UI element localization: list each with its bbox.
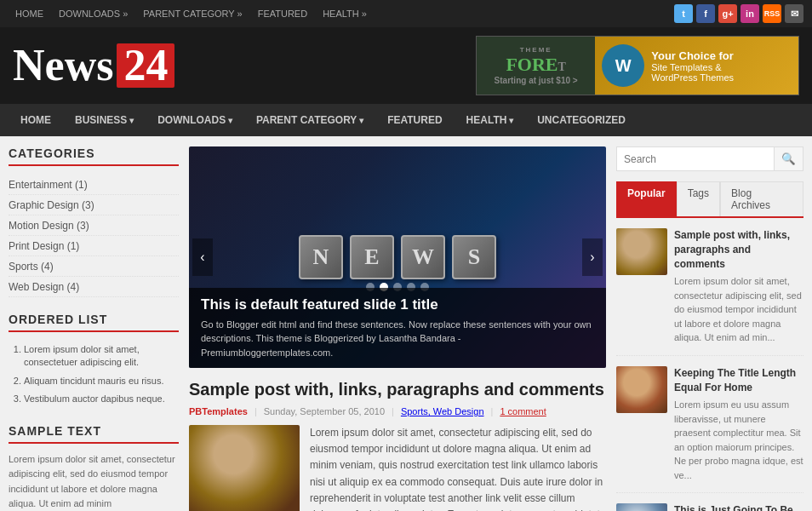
header-advertisement[interactable]: THEME FORET Starting at just $10 > W You… bbox=[476, 36, 799, 95]
list-item: Print Design (1) bbox=[9, 236, 179, 256]
main-nav-health[interactable]: HEALTH bbox=[455, 104, 526, 137]
popular-post-2: Keeping The Title Length Equal For Home … bbox=[616, 366, 803, 494]
top-nav-health[interactable]: HEALTH bbox=[316, 0, 374, 27]
category-motion-design[interactable]: Motion Design (3) bbox=[9, 220, 89, 232]
featured-slider: N E W S ‹ › This is default featured sli… bbox=[189, 146, 606, 368]
main-nav-parent-category[interactable]: PARENT CATEGORY bbox=[244, 104, 375, 137]
sidebar-right: 🔍 Popular Tags Blog Archives Sample post… bbox=[616, 146, 803, 511]
ad-price-text: Starting at just $10 > bbox=[495, 76, 578, 85]
list-item: Web Design (4) bbox=[9, 277, 179, 297]
social-icons: t f g+ in RSS ✉ bbox=[674, 4, 803, 23]
gplus-icon[interactable]: g+ bbox=[718, 4, 737, 23]
popular-post-2-title[interactable]: Keeping The Title Length Equal For Home bbox=[674, 366, 803, 395]
article-comments[interactable]: 1 comment bbox=[500, 406, 546, 416]
slider-letter-s: S bbox=[452, 235, 496, 279]
top-nav-featured[interactable]: FEATURED bbox=[251, 0, 314, 27]
main-nav-uncategorized[interactable]: UNCATEGORIZED bbox=[525, 104, 638, 136]
popular-post-1: Sample post with, links, paragraphs and … bbox=[616, 228, 803, 356]
category-list: Entertainment (1) Graphic Design (3) Mot… bbox=[9, 175, 179, 297]
popular-post-3-title[interactable]: This is Just Going To Be Another Test Po… bbox=[674, 503, 803, 511]
ad-theme-label: THEME bbox=[520, 46, 552, 54]
search-button[interactable]: 🔍 bbox=[774, 147, 803, 170]
ordered-list-widget: ORDERED LIST Lorem ipsum dolor sit amet,… bbox=[9, 313, 179, 409]
article-meta: PBTemplates | Sunday, September 05, 2010… bbox=[189, 406, 606, 416]
top-nav-links: HOME DOWNLOADS PARENT CATEGORY FEATURED … bbox=[9, 0, 374, 27]
sample-text-title: SAMPLE TEXT bbox=[9, 424, 179, 444]
site-header: News 24 THEME FORET Starting at just $10… bbox=[0, 27, 812, 104]
top-navigation: HOME DOWNLOADS PARENT CATEGORY FEATURED … bbox=[0, 0, 812, 27]
ad-name: FORET bbox=[506, 54, 565, 76]
wordpress-logo: W bbox=[602, 44, 644, 87]
tab-row: Popular Tags Blog Archives bbox=[616, 181, 803, 218]
popular-post-3-text: This is Just Going To Be Another Test Po… bbox=[674, 503, 803, 511]
top-nav-home[interactable]: HOME bbox=[9, 0, 50, 27]
slider-letter-n: N bbox=[299, 235, 343, 279]
article-body: Lorem ipsum dolor sit amet, consectetur … bbox=[189, 425, 606, 511]
slider-caption-text: Go to Blogger edit html and find these s… bbox=[201, 318, 594, 360]
category-graphic-design[interactable]: Graphic Design (3) bbox=[9, 199, 94, 211]
list-item: Sports (4) bbox=[9, 256, 179, 277]
slider-letter-e: E bbox=[350, 235, 394, 279]
category-entertainment[interactable]: Entertainment (1) bbox=[9, 179, 88, 191]
slider-caption: This is default featured slide 1 title G… bbox=[189, 288, 606, 369]
facebook-icon[interactable]: f bbox=[696, 4, 715, 23]
main-navigation: HOME BUSINESS DOWNLOADS PARENT CATEGORY … bbox=[0, 104, 812, 136]
category-web-design[interactable]: Web Design (4) bbox=[9, 281, 79, 293]
sidebar-left: CATEGORIES Entertainment (1) Graphic Des… bbox=[9, 146, 179, 511]
site-logo[interactable]: News 24 bbox=[13, 43, 174, 88]
tab-tags[interactable]: Tags bbox=[677, 181, 720, 216]
list-item: Vestibulum auctor dapibus neque. bbox=[24, 390, 179, 408]
popular-post-3-thumbnail bbox=[616, 503, 667, 511]
article-title[interactable]: Sample post with, links, paragraphs and … bbox=[189, 380, 606, 399]
article-date: Sunday, September 05, 2010 bbox=[264, 406, 385, 416]
article-excerpt: Lorem ipsum dolor sit amet, consectetur … bbox=[310, 425, 606, 511]
list-item: Lorem ipsum dolor sit amet, consectetuer… bbox=[24, 341, 179, 372]
rss-icon[interactable]: RSS bbox=[763, 4, 781, 23]
slider-next-button[interactable]: › bbox=[582, 238, 603, 276]
categories-title: CATEGORIES bbox=[9, 146, 179, 166]
list-item: Aliquam tincidunt mauris eu risus. bbox=[24, 372, 179, 390]
top-nav-downloads[interactable]: DOWNLOADS bbox=[52, 0, 134, 27]
search-box: 🔍 bbox=[616, 146, 803, 171]
tab-blog-archives[interactable]: Blog Archives bbox=[720, 181, 803, 216]
popular-post-3: This is Just Going To Be Another Test Po… bbox=[616, 503, 803, 511]
article: Sample post with, links, paragraphs and … bbox=[189, 380, 606, 511]
categories-widget: CATEGORIES Entertainment (1) Graphic Des… bbox=[9, 146, 179, 297]
tab-popular[interactable]: Popular bbox=[616, 181, 677, 216]
popular-post-2-thumbnail bbox=[616, 366, 667, 413]
category-print-design[interactable]: Print Design (1) bbox=[9, 240, 79, 252]
popular-post-1-title[interactable]: Sample post with, links, paragraphs and … bbox=[674, 228, 803, 271]
main-content: N E W S ‹ › This is default featured sli… bbox=[189, 146, 606, 511]
sample-text-widget: SAMPLE TEXT Lorem ipsum dolor sit amet, … bbox=[9, 424, 179, 511]
main-nav-featured[interactable]: FEATURED bbox=[375, 104, 454, 136]
popular-post-2-excerpt: Lorem ipsum eu usu assum liberavisse, ut… bbox=[674, 398, 803, 482]
article-tags: Sports, Web Design bbox=[401, 406, 484, 416]
logo-news-text: News bbox=[13, 43, 113, 88]
popular-post-1-thumbnail bbox=[616, 228, 667, 275]
email-icon[interactable]: ✉ bbox=[785, 4, 803, 23]
ordered-list-title: ORDERED LIST bbox=[9, 313, 179, 332]
slider-news-letters: N E W S bbox=[299, 235, 496, 279]
article-author[interactable]: PBTemplates bbox=[189, 406, 248, 416]
category-sports[interactable]: Sports (4) bbox=[9, 261, 54, 273]
twitter-icon[interactable]: t bbox=[674, 4, 693, 23]
popular-post-1-excerpt: Lorem ipsum dolor sit amet, consectetur … bbox=[674, 274, 803, 345]
ordered-list: Lorem ipsum dolor sit amet, consectetuer… bbox=[9, 341, 179, 409]
slider-letter-w: W bbox=[401, 235, 445, 279]
popular-post-2-text: Keeping The Title Length Equal For Home … bbox=[674, 366, 803, 483]
ad-right-section: W Your Choice for Site Templates & WordP… bbox=[595, 36, 798, 95]
list-item: Motion Design (3) bbox=[9, 215, 179, 236]
instagram-icon[interactable]: in bbox=[741, 4, 759, 23]
slider-caption-title: This is default featured slide 1 title bbox=[201, 296, 594, 313]
search-input[interactable] bbox=[617, 147, 774, 170]
slider-prev-button[interactable]: ‹ bbox=[192, 238, 213, 276]
top-nav-parent-category[interactable]: PARENT CATEGORY bbox=[136, 0, 249, 27]
list-item: Graphic Design (3) bbox=[9, 195, 179, 215]
sample-text-content: Lorem ipsum dolor sit amet, consectetur … bbox=[9, 452, 179, 511]
main-nav-downloads[interactable]: DOWNLOADS bbox=[146, 104, 244, 137]
content-wrapper: CATEGORIES Entertainment (1) Graphic Des… bbox=[0, 136, 812, 511]
list-item: Entertainment (1) bbox=[9, 175, 179, 195]
ad-copy: Your Choice for Site Templates & WordPre… bbox=[651, 49, 734, 83]
main-nav-home[interactable]: HOME bbox=[9, 104, 63, 136]
main-nav-business[interactable]: BUSINESS bbox=[63, 104, 146, 137]
